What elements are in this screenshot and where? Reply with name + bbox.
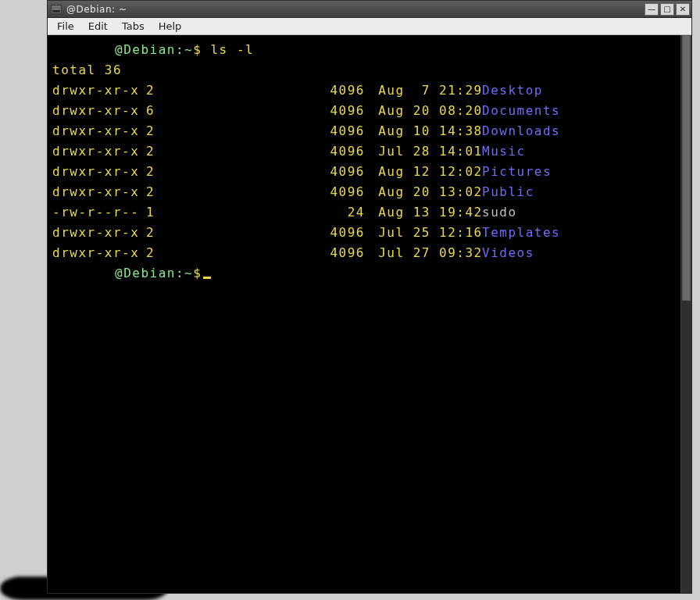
- dir-name: Pictures: [482, 164, 552, 179]
- date-text: Aug 12 12:02: [365, 162, 482, 182]
- perm-text: -rw-r--r--: [52, 202, 146, 223]
- perm-text: drwxr-xr-x: [52, 243, 146, 263]
- links-text: 2: [146, 243, 160, 263]
- file-name: sudo: [482, 205, 517, 220]
- links-text: 2: [146, 223, 160, 243]
- cursor: [203, 277, 211, 279]
- prompt-line-2: @Debian:~$: [52, 263, 687, 284]
- total-line: total 36: [52, 60, 687, 80]
- links-text: 2: [146, 121, 160, 141]
- links-text: 6: [146, 101, 160, 121]
- maximize-button[interactable]: □: [660, 3, 674, 16]
- scrollbar[interactable]: [680, 35, 691, 593]
- size-text: 4096: [323, 182, 365, 202]
- dir-name: Videos: [482, 245, 534, 260]
- date-text: Aug 20 08:20: [365, 101, 482, 121]
- perm-text: drwxr-xr-x: [52, 162, 146, 182]
- perm-text: drwxr-xr-x: [52, 223, 146, 243]
- dir-name: Desktop: [482, 83, 543, 98]
- scrollbar-thumb[interactable]: [682, 35, 691, 301]
- terminal-icon: [51, 5, 62, 14]
- prompt-path-2: ~: [184, 266, 193, 280]
- close-button[interactable]: ✕: [676, 3, 690, 16]
- owner-gap: [160, 243, 323, 263]
- date-text: Jul 27 09:32: [365, 243, 482, 263]
- prompt-user-host-2: @Debian:: [115, 266, 184, 280]
- links-text: 2: [146, 141, 160, 162]
- prompt-symbol: $: [193, 42, 202, 57]
- size-text: 4096: [323, 101, 365, 121]
- owner-gap: [160, 223, 323, 243]
- window-title: @Debian: ~: [66, 4, 127, 15]
- owner-gap: [160, 182, 323, 202]
- owner-gap: [160, 162, 323, 182]
- listing-row: drwxr-xr-x2 4096 Jul 25 12:16 Templates: [52, 223, 687, 243]
- links-text: 2: [146, 162, 160, 182]
- listing-row: drwxr-xr-x6 4096 Aug 20 08:20 Documents: [52, 101, 687, 121]
- owner-gap: [160, 121, 323, 141]
- listing-row: drwxr-xr-x2 4096 Aug 10 14:38 Downloads: [52, 121, 687, 141]
- owner-gap: [160, 101, 323, 121]
- titlebar[interactable]: @Debian: ~ — □ ✕: [48, 1, 691, 18]
- size-text: 4096: [323, 162, 365, 182]
- menu-edit[interactable]: Edit: [82, 19, 114, 34]
- prompt-path: ~: [184, 42, 193, 57]
- prompt-user-host: @Debian:: [115, 42, 184, 57]
- date-text: Jul 25 12:16: [365, 223, 482, 243]
- window-controls: — □ ✕: [645, 3, 690, 16]
- titlebar-left: @Debian: ~: [51, 4, 127, 15]
- listing-row: drwxr-xr-x2 4096 Jul 27 09:32 Videos: [52, 243, 687, 263]
- terminal-window: @Debian: ~ — □ ✕ File Edit Tabs Help @De…: [47, 0, 692, 594]
- listing: drwxr-xr-x2 4096 Aug 7 21:29 Desktopdrwx…: [52, 80, 687, 263]
- dir-name: Public: [482, 184, 534, 199]
- listing-row: drwxr-xr-x2 4096 Aug 7 21:29 Desktop: [52, 80, 687, 101]
- size-text: 4096: [323, 223, 365, 243]
- size-text: 4096: [323, 121, 365, 141]
- date-text: Aug 10 14:38: [365, 121, 482, 141]
- listing-row: drwxr-xr-x2 4096 Aug 20 13:02 Public: [52, 182, 687, 202]
- perm-text: drwxr-xr-x: [52, 101, 146, 121]
- links-text: 2: [146, 182, 160, 202]
- dir-name: Documents: [482, 103, 560, 118]
- dir-name: Music: [482, 144, 526, 159]
- size-text: 4096: [323, 243, 365, 263]
- date-text: Aug 7 21:29: [365, 80, 482, 101]
- terminal-viewport[interactable]: @Debian:~$ ls -l total 36 drwxr-xr-x2 40…: [48, 35, 691, 593]
- owner-gap: [160, 80, 323, 101]
- dir-name: Downloads: [482, 123, 560, 138]
- size-text: 24: [323, 202, 365, 223]
- size-text: 4096: [323, 141, 365, 162]
- size-text: 4096: [323, 80, 365, 101]
- owner-gap: [160, 202, 323, 223]
- perm-text: drwxr-xr-x: [52, 121, 146, 141]
- owner-gap: [160, 141, 323, 162]
- menu-file[interactable]: File: [51, 19, 80, 34]
- listing-row: -rw-r--r--1 24 Aug 13 19:42 sudo: [52, 202, 687, 223]
- links-text: 1: [146, 202, 160, 223]
- perm-text: drwxr-xr-x: [52, 141, 146, 162]
- links-text: 2: [146, 80, 160, 101]
- dir-name: Templates: [482, 225, 560, 240]
- perm-text: drwxr-xr-x: [52, 182, 146, 202]
- date-text: Aug 13 19:42: [365, 202, 482, 223]
- menu-tabs[interactable]: Tabs: [116, 19, 151, 34]
- command-text: ls -l: [210, 42, 254, 57]
- perm-text: drwxr-xr-x: [52, 80, 146, 101]
- listing-row: drwxr-xr-x2 4096 Aug 12 12:02 Pictures: [52, 162, 687, 182]
- date-text: Jul 28 14:01: [365, 141, 482, 162]
- date-text: Aug 20 13:02: [365, 182, 482, 202]
- menu-help[interactable]: Help: [152, 19, 188, 34]
- prompt-line-1: @Debian:~$ ls -l: [52, 40, 687, 60]
- prompt-symbol-2: $: [193, 266, 202, 280]
- menubar: File Edit Tabs Help: [48, 18, 691, 35]
- minimize-button[interactable]: —: [645, 3, 659, 16]
- listing-row: drwxr-xr-x2 4096 Jul 28 14:01 Music: [52, 141, 687, 162]
